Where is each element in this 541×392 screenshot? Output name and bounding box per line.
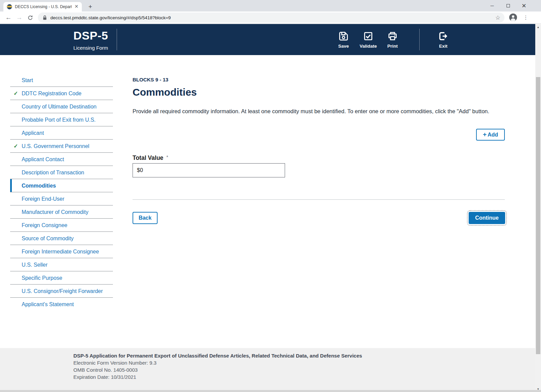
window-close-button[interactable]: ✕ (516, 0, 532, 11)
sidebar-item-foreign-end-user[interactable]: Foreign End-User (10, 192, 113, 205)
sidebar-item-country-of-ultimate-destination[interactable]: Country of Ultimate Destination (10, 100, 113, 113)
footer-form-title: DSP-5 Application for Permanent Export o… (73, 352, 541, 359)
print-label: Print (387, 44, 398, 49)
sidebar-item-ddtc-registration-code[interactable]: ✓DDTC Registration Code (10, 87, 113, 100)
url-bar[interactable]: deccs.test.pmddtc.state.gov/licensing/#/… (38, 13, 504, 23)
section-divider (133, 199, 505, 200)
footer-line: Expiration Date: 10/31/2021 (73, 373, 541, 381)
add-commodity-button[interactable]: + Add (476, 129, 505, 141)
lock-icon (43, 15, 47, 20)
sidebar-item-source-of-commodity[interactable]: Source of Commodity (10, 232, 113, 245)
form-subtitle: Licensing Form (73, 45, 108, 51)
save-button[interactable]: Save (334, 31, 353, 49)
add-label: Add (488, 132, 498, 138)
browser-tab[interactable]: DECCS Licensing - U.S. Departme ✕ (3, 2, 82, 11)
total-value-label: Total Value* (133, 154, 168, 162)
sidebar-item-applicant-s-statement[interactable]: Applicant's Statement (10, 298, 113, 311)
url-text: deccs.test.pmddtc.state.gov/licensing/#/… (50, 15, 171, 20)
person-icon (509, 14, 517, 21)
print-button[interactable]: Print (383, 31, 402, 49)
total-value-input[interactable] (133, 163, 285, 177)
sidebar-item-label: U.S. Seller (22, 262, 47, 268)
printer-icon (387, 31, 398, 42)
sidebar-item-label: Start (22, 77, 33, 83)
back-button[interactable]: Back (133, 212, 158, 224)
sidebar-item-label: Probable Port of Exit from U.S. (22, 117, 96, 123)
page-description: Provide all required commodity informati… (133, 108, 505, 115)
window-controls: ─ ✕ (484, 0, 532, 11)
sidebar-item-specific-purpose[interactable]: Specific Purpose (10, 271, 113, 285)
form-footer: DSP-5 Application for Permanent Export o… (0, 348, 541, 392)
exit-button[interactable]: Exit (433, 31, 453, 49)
vertical-scrollbar[interactable]: ▲ ▼ (535, 24, 541, 392)
sidebar-item-label: U.S. Consignor/Freight Forwarder (22, 288, 103, 294)
checkbox-check-icon (363, 31, 374, 42)
maximize-button[interactable] (500, 0, 516, 11)
exit-label: Exit (439, 44, 448, 49)
sidebar-item-label: Foreign End-User (22, 196, 64, 202)
sidebar-item-description-of-transaction[interactable]: Description of Transaction (10, 166, 113, 179)
completed-check-icon: ✓ (14, 140, 18, 153)
blocks-label: BLOCKS 9 - 13 (133, 77, 168, 82)
sidebar-item-label: Manufacturer of Commodity (22, 209, 88, 215)
save-label: Save (338, 44, 349, 49)
sidebar-item-label: Country of Ultimate Destination (22, 104, 96, 109)
sidebar-item-label: Description of Transaction (22, 170, 84, 175)
browser-tabstrip: DECCS Licensing - U.S. Departme ✕ + ─ ✕ (0, 0, 541, 11)
scrollbar-thumb[interactable] (536, 77, 540, 354)
sidebar-item-label: Applicant (22, 130, 44, 136)
sidebar-item-applicant-contact[interactable]: Applicant Contact (10, 153, 113, 166)
sidebar-item-label: DDTC Registration Code (22, 91, 81, 96)
sidebar-item-label: Applicant Contact (22, 156, 64, 162)
profile-avatar[interactable] (509, 14, 517, 21)
page-title: Commodities (133, 87, 197, 98)
sidebar-item-label: U.S. Government Personnel (22, 143, 89, 149)
browser-menu-icon[interactable]: ⋮ (522, 14, 529, 22)
footer-lines: Electronic Form Version Number: 9.3OMB C… (73, 359, 541, 381)
sidebar-item-u-s-seller[interactable]: U.S. Seller (10, 258, 113, 271)
floppy-disk-icon (338, 31, 349, 42)
new-tab-button[interactable]: + (86, 2, 95, 11)
sidebar-item-label: Source of Commodity (22, 236, 74, 241)
sidebar-item-label: Foreign Consignee (22, 222, 67, 228)
app-header: DSP-5 Licensing Form Save Validate (0, 24, 541, 55)
sidebar-item-applicant[interactable]: Applicant (10, 126, 113, 140)
sidebar-item-foreign-consignee[interactable]: Foreign Consignee (10, 219, 113, 232)
footer-line: OMB Control No. 1405-0003 (73, 366, 541, 373)
validate-button[interactable]: Validate (357, 31, 379, 49)
sidebar-item-manufacturer-of-commodity[interactable]: Manufacturer of Commodity (10, 205, 113, 219)
bookmark-star-icon[interactable]: ☆ (495, 14, 500, 21)
minimize-button[interactable]: ─ (484, 0, 500, 11)
validate-label: Validate (359, 44, 377, 49)
reload-icon (27, 15, 33, 21)
sidebar-item-probable-port-of-exit-from-u-s[interactable]: Probable Port of Exit from U.S. (10, 113, 113, 126)
browser-window: DECCS Licensing - U.S. Departme ✕ + ─ ✕ … (0, 0, 541, 392)
sidebar-item-commodities[interactable]: Commodities (10, 179, 113, 192)
sidebar-item-start[interactable]: Start (10, 74, 113, 87)
maximize-icon (507, 4, 510, 7)
sidebar-item-foreign-intermediate-consignee[interactable]: Foreign Intermediate Consignee (10, 245, 113, 258)
window-bottom-edge (0, 390, 541, 392)
deccs-favicon-icon (7, 4, 12, 9)
active-item-indicator (10, 179, 12, 192)
scrollbar-up-arrow-icon[interactable]: ▲ (535, 25, 541, 30)
tab-close-icon[interactable]: ✕ (74, 4, 79, 9)
continue-button[interactable]: Continue (469, 212, 505, 224)
sidebar-nav: Start✓DDTC Registration CodeCountry of U… (10, 74, 113, 311)
footer-line: Electronic Form Version Number: 9.3 (73, 359, 541, 366)
completed-check-icon: ✓ (14, 87, 18, 100)
sidebar-item-label: Commodities (22, 183, 56, 189)
sidebar-item-u-s-government-personnel[interactable]: ✓U.S. Government Personnel (10, 140, 113, 153)
back-navigation-icon[interactable]: ← (4, 14, 13, 22)
header-divider (117, 29, 117, 50)
sign-out-icon (438, 31, 449, 42)
sidebar-item-label: Specific Purpose (22, 275, 62, 281)
sidebar-item-u-s-consignor-freight-forwarder[interactable]: U.S. Consignor/Freight Forwarder (10, 285, 113, 298)
required-asterisk: * (166, 154, 168, 160)
forward-navigation-icon[interactable]: → (15, 14, 23, 22)
plus-icon: + (483, 131, 487, 138)
sidebar-item-label: Applicant's Statement (22, 301, 74, 307)
tab-title: DECCS Licensing - U.S. Departme (15, 4, 72, 9)
form-title: DSP-5 (73, 29, 108, 42)
reload-icon[interactable] (26, 15, 34, 23)
